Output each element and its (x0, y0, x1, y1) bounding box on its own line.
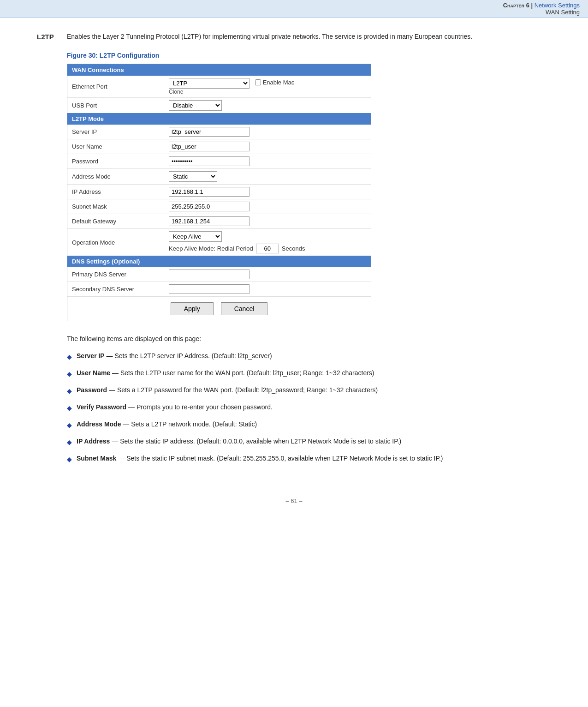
operation-mode-label: Operation Mode (67, 229, 164, 256)
cancel-button[interactable]: Cancel (221, 302, 268, 315)
list-item: ◆ User Name — Sets the L2TP user name fo… (67, 368, 551, 379)
desc-section: The following items are displayed on thi… (67, 334, 551, 464)
desc-detail: — Prompts you to re-enter your chosen pa… (128, 403, 273, 411)
subnet-mask-controls (164, 199, 371, 214)
default-gateway-label: Default Gateway (67, 214, 164, 229)
address-mode-controls: Static (164, 169, 371, 185)
l2tp-mode-header: L2TP Mode (67, 113, 371, 125)
list-item: ◆ Server IP — Sets the L2TP server IP Ad… (67, 351, 551, 362)
enable-mac-checkbox[interactable] (255, 79, 261, 85)
default-gateway-row: Default Gateway (67, 214, 371, 229)
server-ip-row: Server IP (67, 125, 371, 139)
address-mode-row: Address Mode Static (67, 169, 371, 185)
password-label: Password (67, 154, 164, 169)
header-subtitle: WAN Setting (546, 9, 580, 16)
secondary-dns-label: Secondary DNS Server (67, 282, 164, 297)
usb-port-select[interactable]: Disable (169, 100, 222, 111)
operation-mode-row: Operation Mode Keep Alive Keep Alive Mod… (67, 229, 371, 256)
bullet-icon: ◆ (67, 437, 72, 447)
server-ip-input[interactable] (169, 127, 249, 137)
wan-type-select[interactable]: L2TP (169, 78, 249, 89)
header-separator: | (531, 2, 534, 9)
bullet-icon: ◆ (67, 455, 72, 464)
enable-mac-label[interactable]: Enable Mac (255, 79, 295, 86)
desc-text: Password — Sets a L2TP password for the … (77, 385, 551, 395)
address-mode-label: Address Mode (67, 169, 164, 185)
page-number: – 61 – (285, 497, 302, 504)
desc-text: IP Address — Sets the static IP address.… (77, 437, 551, 446)
operation-mode-controls: Keep Alive Keep Alive Mode: Redial Perio… (164, 229, 371, 256)
dns-settings-header: DNS Settings (Optional) (67, 256, 371, 267)
bullet-icon: ◆ (67, 352, 72, 362)
ip-address-row: IP Address (67, 185, 371, 199)
desc-term: Address Mode (77, 420, 121, 428)
subnet-mask-label: Subnet Mask (67, 199, 164, 214)
desc-text: Server IP — Sets the L2TP server IP Addr… (77, 351, 551, 361)
usb-port-row: USB Port Disable (67, 98, 371, 114)
ethernet-port-controls: L2TP Enable Mac Clone (164, 76, 371, 98)
desc-detail: — Sets the static IP subnet mask. (Defau… (118, 455, 443, 462)
password-input[interactable] (169, 156, 249, 166)
list-item: ◆ Password — Sets a L2TP password for th… (67, 385, 551, 396)
ip-address-input[interactable] (169, 187, 249, 197)
secondary-dns-row: Secondary DNS Server (67, 282, 371, 297)
subnet-mask-row: Subnet Mask (67, 199, 371, 214)
user-name-row: User Name (67, 139, 371, 154)
operation-mode-select[interactable]: Keep Alive (169, 231, 222, 242)
enable-mac-text: Enable Mac (263, 79, 295, 86)
desc-list: ◆ Server IP — Sets the L2TP server IP Ad… (67, 351, 551, 464)
header-chapter: Chapter 6 | Network Settings (503, 2, 580, 9)
ethernet-port-label: Ethernet Port (67, 76, 164, 98)
desc-text: User Name — Sets the L2TP user name for … (77, 368, 551, 378)
desc-text: Verify Password — Prompts you to re-ente… (77, 402, 551, 412)
desc-detail: — Sets the L2TP user name for the WAN po… (112, 369, 374, 377)
default-gateway-controls (164, 214, 371, 229)
keepalive-row: Keep Alive Mode: Redial Period Seconds (169, 244, 366, 253)
primary-dns-input[interactable] (169, 270, 249, 279)
ethernet-port-row: Ethernet Port L2TP Enable Mac Clone (67, 76, 371, 98)
bullet-icon: ◆ (67, 420, 72, 430)
keepalive-unit: Seconds (282, 245, 305, 252)
desc-detail: — Sets a L2TP network mode. (Default: St… (123, 420, 257, 428)
figure-caption: Figure 30: L2TP Configuration (67, 52, 551, 59)
primary-dns-label: Primary DNS Server (67, 267, 164, 282)
list-item: ◆ Address Mode — Sets a L2TP network mod… (67, 419, 551, 430)
password-row: Password (67, 154, 371, 169)
default-gateway-input[interactable] (169, 216, 249, 226)
main-content: L2TP Enables the Layer 2 Tunneling Proto… (0, 18, 588, 489)
keepalive-seconds-input[interactable] (256, 244, 279, 253)
network-settings-link[interactable]: Network Settings (535, 2, 580, 9)
usb-port-controls: Disable (164, 98, 371, 114)
intro-section: L2TP Enables the Layer 2 Tunneling Proto… (37, 32, 551, 42)
clone-text: Clone (169, 89, 366, 95)
config-box: WAN Connections Ethernet Port L2TP Enabl… (67, 64, 371, 321)
desc-term: Server IP (77, 352, 105, 359)
usb-port-label: USB Port (67, 98, 164, 114)
bullet-icon: ◆ (67, 403, 72, 413)
list-item: ◆ IP Address — Sets the static IP addres… (67, 437, 551, 447)
ip-address-label: IP Address (67, 185, 164, 199)
apply-button[interactable]: Apply (171, 302, 214, 315)
secondary-dns-input[interactable] (169, 284, 249, 294)
bullet-icon: ◆ (67, 386, 72, 396)
desc-detail: — Sets a L2TP password for the WAN port.… (109, 386, 378, 394)
desc-text: Address Mode — Sets a L2TP network mode.… (77, 419, 551, 429)
chapter-label: Chapter 6 (503, 2, 529, 9)
desc-detail: — Sets the L2TP server IP Address. (Defa… (107, 352, 272, 359)
list-item: ◆ Verify Password — Prompts you to re-en… (67, 402, 551, 413)
keepalive-label: Keep Alive Mode: Redial Period (169, 245, 253, 252)
op-mode-cell: Keep Alive Keep Alive Mode: Redial Perio… (169, 231, 366, 253)
subnet-mask-input[interactable] (169, 202, 249, 211)
wan-connections-header: WAN Connections (67, 64, 371, 76)
user-name-input[interactable] (169, 142, 249, 151)
password-controls (164, 154, 371, 169)
address-mode-select[interactable]: Static (169, 171, 217, 182)
server-ip-label: Server IP (67, 125, 164, 139)
desc-text: Subnet Mask — Sets the static IP subnet … (77, 454, 551, 463)
user-name-controls (164, 139, 371, 154)
bullet-icon: ◆ (67, 369, 72, 379)
primary-dns-controls (164, 267, 371, 282)
server-ip-controls (164, 125, 371, 139)
dns-settings-table: Primary DNS Server Secondary DNS Server (67, 267, 371, 296)
intro-term: L2TP (37, 33, 62, 41)
